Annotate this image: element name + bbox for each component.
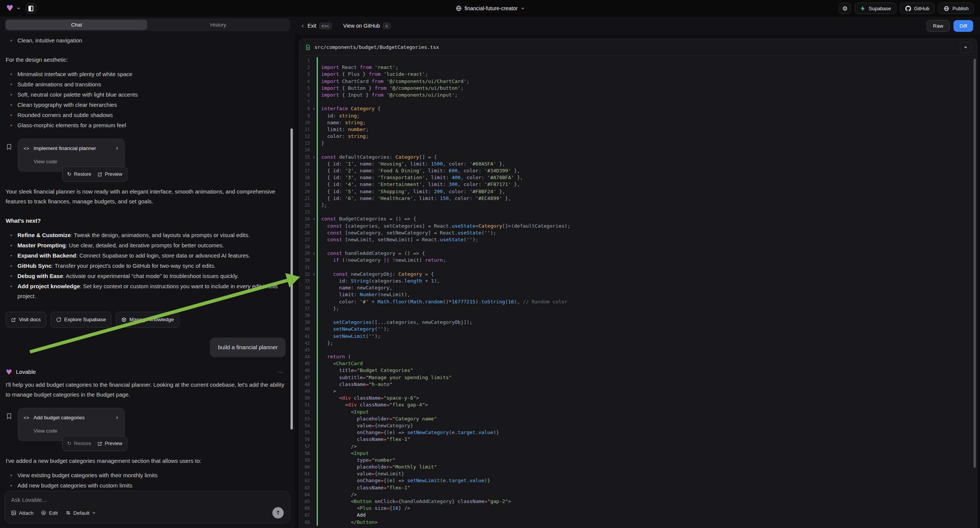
view-code-link[interactable]: View code [34,157,119,167]
collapse-file-button[interactable] [960,42,971,53]
line-number: 10 [300,119,311,126]
preview-button[interactable]: Preview [97,169,123,179]
publish-button[interactable]: Publish [938,3,974,14]
next-steps-list: Refine & Customize: Tweak the design, an… [6,230,287,301]
line-number: 14 [300,146,311,153]
code-line: 56 className="flex-1" [300,436,977,443]
send-button[interactable]: ↑ [272,507,284,518]
chat-input-box[interactable]: Ask Lovable... Attach Edit Default [5,491,290,523]
line-number: 25 [300,223,311,229]
code-line: 31 [300,264,977,271]
line-number: 43 [300,347,311,353]
exit-button[interactable]: Exit [308,23,316,29]
fold-chevron-icon [311,519,317,526]
code-line: 59 type="number" [300,457,977,464]
logo-chevron-down-icon[interactable] [17,6,21,10]
list-item: Subtle animations and transitions [6,80,287,89]
fold-chevron-icon[interactable]: ∨ [311,105,317,112]
fold-chevron-icon [311,133,317,140]
mode-selector[interactable]: Default [65,510,96,516]
fold-chevron-icon [311,484,317,491]
publish-globe-icon [943,6,949,11]
version-card-title: Add budget categories [33,413,84,423]
code-line: 4import ChartCard from '@/components/ui/… [300,78,977,85]
view-code-link[interactable]: View code [34,426,119,436]
code-scrollbar[interactable] [974,59,976,468]
restore-button[interactable]: ↻ Restore [67,169,91,179]
raw-toggle-button[interactable]: Raw [927,20,950,32]
fold-chevron-icon[interactable]: ∨ [311,154,317,161]
message-menu-button[interactable]: ⋯ [278,367,284,377]
line-number: 16 [300,161,311,167]
project-switcher[interactable]: financial-future-creator [455,0,524,17]
fold-chevron-icon [311,92,317,99]
view-on-github-link[interactable]: View on GitHub [343,23,380,29]
fold-chevron-icon [311,477,317,484]
code-line: 19 { id: '4', name: 'Entertainment', lim… [300,181,977,188]
diff-toggle-button[interactable]: Diff [953,20,973,32]
preview-button[interactable]: Preview [97,439,123,448]
line-number: 51 [300,401,311,408]
fold-chevron-icon [311,71,317,78]
chat-scrollbar[interactable] [291,129,293,429]
line-number: 3 [300,71,311,78]
external-link-icon [97,441,102,446]
knowledge-box-icon [121,317,127,322]
list-item: Clean typography with clear hierarchies [6,100,287,110]
code-line: 6import { Input } from '@/components/ui/… [300,92,977,99]
code-line: 57 /> [300,443,977,450]
version-card-implement-financial-planner[interactable]: <> Implement financial planner View code… [18,138,125,172]
back-chevron-icon[interactable]: ‹ [302,22,304,30]
explore-supabase-button[interactable]: Explore Supabase [51,312,111,328]
github-button[interactable]: GitHub [900,3,935,14]
bookmark-icon[interactable] [6,412,13,420]
list-item: Add new budget categories with custom li… [6,481,287,488]
attach-button[interactable]: Attach [11,510,33,516]
code-line: 46 title="Budget Categories" [300,367,977,374]
file-path-row[interactable]: src/components/budget/BudgetCategories.t… [300,39,977,56]
settings-button[interactable]: ⚙ [839,3,851,14]
sidebar-toggle-button[interactable] [26,3,37,14]
supabase-button[interactable]: Supabase [854,3,896,14]
bookmark-icon[interactable] [6,143,13,151]
globe-icon [455,5,461,11]
tab-history[interactable]: History [147,20,289,30]
line-number: 7 [300,99,311,105]
tab-chat[interactable]: Chat [6,20,147,30]
chat-message-list[interactable]: Clean, intuitive navigation For the desi… [0,31,295,488]
fold-chevron-icon[interactable]: ∨ [311,250,317,257]
fold-chevron-icon [311,401,317,408]
line-number: 29 [300,250,311,257]
line-number: 54 [300,422,311,429]
fold-chevron-icon [311,223,317,229]
fold-chevron-icon [311,512,317,518]
code-line: 15∨const defaultCategories: Category[] =… [300,154,977,161]
fold-chevron-icon[interactable]: ∨ [311,271,317,278]
chat-input-placeholder[interactable]: Ask Lovable... [11,496,284,503]
line-number: 23 [300,209,311,216]
version-card-add-budget-categories[interactable]: <> Add budget categories View code ↻ Res… [18,408,125,441]
restore-button[interactable]: ↻ Restore [67,439,91,448]
manage-knowledge-button[interactable]: Manage knowledge [116,312,179,328]
code-line: 30 if (!newCategory || !newLimit) return… [300,257,977,264]
line-number: 12 [300,133,311,140]
fold-chevron-icon[interactable]: ∨ [311,216,317,222]
lovable-logo[interactable]: ♥ [6,4,14,13]
line-number: 24 [300,216,311,222]
code-line: 12 color: string; [300,133,977,140]
code-file-card: src/components/budget/BudgetCategories.t… [299,39,977,528]
line-number: 68 [300,519,311,526]
visit-docs-button[interactable]: Visit docs [6,312,46,328]
line-number: 46 [300,367,311,374]
fold-chevron-icon [311,113,317,119]
line-number: 35 [300,291,311,298]
code-line: 49 > [300,388,977,395]
fold-chevron-icon [311,443,317,450]
chevron-right-icon [115,416,119,420]
mode-chevron-down-icon [92,511,96,515]
edit-button[interactable]: Edit [41,510,57,516]
line-number: 6 [300,92,311,99]
assistant-header: ♥ Lovable ⋯ [6,367,287,377]
aesthetic-heading: For the design aesthetic: [6,55,287,65]
attach-image-icon [11,510,16,515]
